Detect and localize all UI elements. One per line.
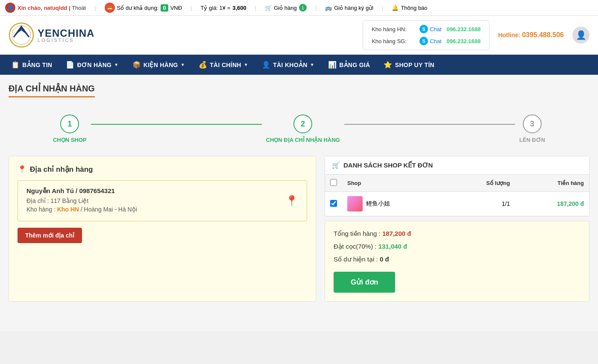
row-checkbox[interactable] <box>330 200 337 207</box>
skype-sg-btn[interactable]: S Chat <box>419 37 441 45</box>
pin-icon: 📍 <box>18 165 26 174</box>
nav-tai-chinh[interactable]: 💰 TÀI CHÍNH ▼ <box>192 55 255 75</box>
navbar: 📋 BẢNG TIN 📄 ĐƠN HÀNG ▼ 📦 KIỆN HÀNG ▼ 💰 … <box>0 55 598 75</box>
step-1: 1 CHỌN SHOP <box>53 114 87 143</box>
cart-icon: 🛒 <box>265 5 272 11</box>
star-icon: ⭐ <box>384 61 392 69</box>
warehouse-line: Kho hàng : Kho HN / Hoàng Mai - Hà Nội <box>26 206 137 213</box>
skype-hn-btn[interactable]: S Chat <box>419 25 441 33</box>
total-row: Tổng tiền hàng : 187,200 đ <box>334 230 580 238</box>
balance-row: Số dư hiện tại : 0 đ <box>334 255 580 263</box>
pricing-icon: 📊 <box>328 61 337 69</box>
address-section-title: 📍 Địa chỉ nhận hàng <box>18 165 307 174</box>
step-line-2-3 <box>344 124 515 125</box>
row-checkbox-cell <box>325 192 342 216</box>
shop-list-header: 🛒 DANH SÁCH SHOP KẾT ĐƠN <box>325 156 589 175</box>
summary-box: Tổng tiền hàng : 187,200 đ Đặt cọc(70%) … <box>325 221 589 302</box>
th-price: Tiền hàng <box>515 175 589 192</box>
logo[interactable]: YENCHINA LOGISTICS <box>9 22 94 48</box>
notification-item[interactable]: 🔔 Thông báo <box>392 5 427 11</box>
th-quantity: Số lượng <box>447 175 515 192</box>
shop-price-cell: 187,200 đ <box>515 192 589 216</box>
package-icon: 📦 <box>132 61 141 69</box>
truck-icon: 🚌 <box>325 5 332 11</box>
kien-hang-arrow: ▼ <box>181 62 185 67</box>
exchange-rate: Tỷ giá: 1¥ = 3,600 <box>200 5 246 11</box>
submit-order-button[interactable]: Gửi đơn <box>334 272 395 293</box>
table-row: 鲤鱼小姐 1/1 187,200 đ <box>325 192 589 216</box>
th-checkbox <box>325 175 342 192</box>
select-all-checkbox[interactable] <box>330 179 337 186</box>
contact-hn: Kho hàng HN: S Chat 096.232.1688 <box>372 25 481 33</box>
board-icon: 📋 <box>11 61 20 69</box>
recipient-name: Nguyễn Anh Tú / 0987654321 <box>26 187 137 195</box>
shop-list-box: 🛒 DANH SÁCH SHOP KẾT ĐƠN Shop Số lượng T… <box>325 156 589 217</box>
user-greeting: 👤 Xin chào, natuqldd | Thoát <box>5 3 86 13</box>
contact-box: Kho hàng HN: S Chat 096.232.1688 Kho hàn… <box>363 20 490 50</box>
steps-container: 1 CHỌN SHOP 2 CHỌN ĐỊA CHỈ NHẬN HÀNG 3 L… <box>9 106 589 156</box>
shop-name-cell: 鲤鱼小姐 <box>342 192 447 216</box>
logo-icon <box>9 22 34 48</box>
right-panel: 🛒 DANH SÁCH SHOP KẾT ĐƠN Shop Số lượng T… <box>325 156 589 302</box>
address-info: Nguyễn Anh Tú / 0987654321 Địa chỉ : 117… <box>26 187 137 214</box>
address-line: Địa chỉ : 117 Bằng Liệt <box>26 197 137 204</box>
nav-kien-hang[interactable]: 📦 KIỆN HÀNG ▼ <box>126 55 192 75</box>
finance-icon: 💰 <box>199 61 207 69</box>
shop-quantity-cell: 1/1 <box>447 192 515 216</box>
step-3-circle: 3 <box>523 114 542 133</box>
th-shop: Shop <box>342 175 447 192</box>
page-content: ĐỊA CHỈ NHẬN HÀNG 1 CHỌN SHOP 2 CHỌN ĐỊA… <box>0 75 598 331</box>
step-1-circle: 1 <box>60 114 79 133</box>
step-1-label: CHỌN SHOP <box>53 137 87 143</box>
balance-item: 💳 Số dư khả dụng: 0 VNĐ <box>105 3 182 13</box>
user-avatar[interactable]: 👤 <box>572 26 589 44</box>
step-3: 3 LÊN ĐƠN <box>519 114 545 143</box>
header: YENCHINA LOGISTICS Kho hàng HN: S Chat 0… <box>0 16 598 55</box>
shop-list-table: Shop Số lượng Tiền hàng <box>325 175 589 216</box>
add-address-button[interactable]: Thêm mới địa chỉ <box>18 228 82 243</box>
contact-sg: Kho hàng SG: S Chat 096.232.1688 <box>372 37 481 45</box>
bell-icon: 🔔 <box>392 5 399 11</box>
cart-list-icon: 🛒 <box>332 161 340 169</box>
step-2-label: CHỌN ĐỊA CHỈ NHẬN HÀNG <box>266 137 340 143</box>
page-title: ĐỊA CHỈ NHẬN HÀNG <box>9 83 95 97</box>
step-3-label: LÊN ĐƠN <box>519 137 545 143</box>
hotline-wrap: Hotline: 0395.488.506 <box>498 31 564 39</box>
cart-item[interactable]: 🛒 Giỏ hàng 1 <box>265 4 307 12</box>
deposit-row: Đặt cọc(70%) : 131,040 đ <box>334 243 580 250</box>
orders-icon: 📄 <box>66 61 74 69</box>
step-2: 2 CHỌN ĐỊA CHỈ NHẬN HÀNG <box>266 114 340 143</box>
step-2-circle: 2 <box>293 114 312 133</box>
nav-bang-gia[interactable]: 📊 BẢNG GIÁ <box>321 55 377 75</box>
location-pin-icon: 📍 <box>285 195 298 207</box>
skype-icon-sg: S <box>419 37 428 45</box>
orders-arrow: ▼ <box>114 62 118 67</box>
nav-tai-khoan[interactable]: 👤 TÀI KHOẢN ▼ <box>255 55 321 75</box>
tai-chinh-arrow: ▼ <box>244 62 248 67</box>
tai-khoan-arrow: ▼ <box>310 62 314 67</box>
balance-icon: 💳 <box>105 3 115 13</box>
consignment-cart[interactable]: 🚌 Giỏ hàng ký gửi <box>325 5 373 11</box>
nav-bang-tin[interactable]: 📋 BẢNG TIN <box>4 55 59 75</box>
main-layout: 📍 Địa chỉ nhận hàng Nguyễn Anh Tú / 0987… <box>9 156 589 302</box>
logo-text-wrap: YENCHINA LOGISTICS <box>38 27 94 43</box>
greeting-text: Xin chào, natuqldd | Thoát <box>18 5 86 11</box>
nav-don-hang[interactable]: 📄 ĐƠN HÀNG ▼ <box>59 55 125 75</box>
skype-icon: S <box>419 25 428 33</box>
user-avatar-icon: 👤 <box>5 3 15 13</box>
account-icon: 👤 <box>262 61 270 69</box>
nav-shop-uy-tin[interactable]: ⭐ SHOP UY TÍN <box>377 55 441 75</box>
table-header-row: Shop Số lượng Tiền hàng <box>325 175 589 192</box>
topbar: 👤 Xin chào, natuqldd | Thoát | 💳 Số dư k… <box>0 0 598 16</box>
left-panel: 📍 Địa chỉ nhận hàng Nguyễn Anh Tú / 0987… <box>9 156 316 302</box>
logout-link[interactable]: Thoát <box>72 5 86 11</box>
address-card: Nguyễn Anh Tú / 0987654321 Địa chỉ : 117… <box>18 180 307 221</box>
step-line-1-2 <box>91 124 262 125</box>
shop-thumbnail <box>347 196 363 211</box>
